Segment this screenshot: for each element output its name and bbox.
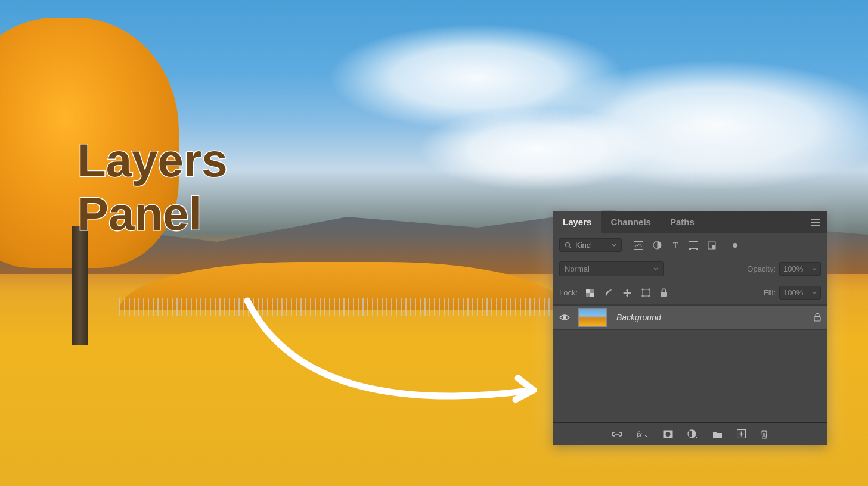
tab-paths[interactable]: Paths <box>661 211 704 233</box>
svg-point-29 <box>666 432 671 437</box>
lock-icons <box>586 288 668 298</box>
svg-line-1 <box>569 247 571 248</box>
layer-effects-button[interactable]: fx <box>637 430 649 438</box>
filter-type-icon[interactable]: T <box>671 241 680 250</box>
filter-type-icons: T <box>634 241 737 250</box>
lock-fill-row: Lock: Fill: 100% <box>553 281 827 305</box>
fill-value: 100% <box>783 288 803 297</box>
lock-position-icon[interactable] <box>622 288 632 298</box>
chevron-down-icon <box>812 291 817 295</box>
opacity-group: Opacity: 100% <box>747 262 821 276</box>
svg-rect-5 <box>690 242 698 249</box>
annotation-line-1: Layers <box>78 134 228 188</box>
panel-menu-button[interactable] <box>811 219 820 226</box>
chevron-down-icon <box>653 267 658 272</box>
annotation-title: Layers Panel <box>78 134 228 241</box>
tab-layers[interactable]: Layers <box>553 211 601 233</box>
add-adjustment-button[interactable] <box>687 429 698 438</box>
layer-locked-icon[interactable] <box>814 313 821 322</box>
svg-rect-11 <box>712 245 715 249</box>
layer-thumbnail[interactable] <box>578 308 607 327</box>
opacity-value: 100% <box>783 264 803 273</box>
add-group-button[interactable] <box>712 430 723 438</box>
svg-rect-14 <box>590 293 594 297</box>
svg-rect-7 <box>696 241 698 242</box>
layers-panel: Layers Channels Paths Kind T <box>553 211 827 445</box>
svg-text:fx: fx <box>637 430 642 438</box>
link-layers-button[interactable] <box>612 431 622 438</box>
fill-input[interactable]: 100% <box>779 286 821 300</box>
filter-kind-dropdown[interactable]: Kind <box>559 238 622 252</box>
layer-row[interactable]: Background <box>553 305 827 330</box>
blend-opacity-row: Normal Opacity: 100% <box>553 257 827 281</box>
add-mask-button[interactable] <box>663 430 673 438</box>
cloud-decoration <box>417 107 656 191</box>
svg-point-0 <box>566 242 570 247</box>
filter-adjustment-icon[interactable] <box>653 241 662 250</box>
treeline-trunks-decoration <box>119 298 566 316</box>
svg-rect-8 <box>689 248 691 250</box>
chevron-down-icon <box>812 267 817 272</box>
filter-toggle-icon[interactable] <box>733 243 737 248</box>
fill-group: Fill: 100% <box>764 286 821 300</box>
filter-pixel-icon[interactable] <box>634 241 643 250</box>
delete-layer-button[interactable] <box>760 429 768 439</box>
svg-rect-6 <box>689 241 691 242</box>
svg-rect-24 <box>661 292 667 297</box>
layer-name[interactable]: Background <box>616 313 661 322</box>
layer-visibility-toggle[interactable] <box>559 314 570 321</box>
filter-kind-label: Kind <box>575 241 591 250</box>
blend-mode-dropdown[interactable]: Normal <box>559 261 664 276</box>
opacity-label: Opacity: <box>747 264 776 273</box>
svg-text:T: T <box>673 241 678 250</box>
lock-label: Lock: <box>559 288 578 297</box>
lock-all-icon[interactable] <box>660 288 668 297</box>
add-layer-button[interactable] <box>737 429 746 438</box>
panel-bottom-toolbar: fx <box>553 422 827 445</box>
search-icon <box>565 242 572 249</box>
blend-mode-value: Normal <box>565 264 590 273</box>
lock-artboard-icon[interactable] <box>641 288 650 297</box>
svg-point-25 <box>563 316 566 319</box>
lock-transparency-icon[interactable] <box>586 289 594 297</box>
opacity-input[interactable]: 100% <box>779 262 821 276</box>
filter-shape-icon[interactable] <box>689 241 698 250</box>
filter-smartobject-icon[interactable] <box>708 241 716 250</box>
tab-channels[interactable]: Channels <box>601 211 661 233</box>
svg-rect-9 <box>696 248 698 250</box>
svg-rect-13 <box>586 289 590 293</box>
svg-rect-26 <box>814 317 820 322</box>
fill-label: Fill: <box>764 288 776 297</box>
layer-filter-row: Kind T <box>553 233 827 257</box>
layer-list: Background <box>553 305 827 422</box>
tree-trunk-decoration <box>72 226 88 345</box>
panel-tabs: Layers Channels Paths <box>553 211 827 233</box>
chevron-down-icon <box>612 243 616 248</box>
annotation-line-2: Panel <box>78 188 228 241</box>
svg-rect-15 <box>643 289 649 296</box>
eye-icon <box>559 314 570 321</box>
lock-image-icon[interactable] <box>604 288 613 297</box>
